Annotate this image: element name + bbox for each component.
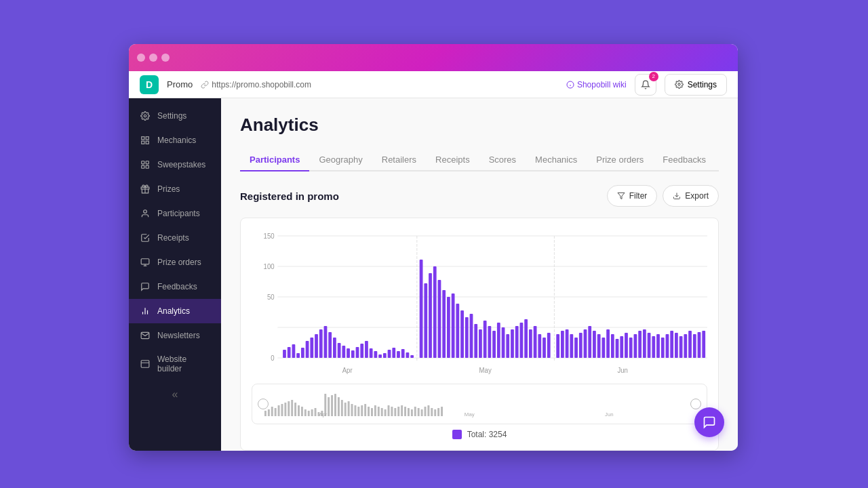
svg-rect-48 — [328, 332, 332, 358]
svg-rect-20 — [141, 361, 149, 368]
svg-rect-103 — [588, 326, 591, 358]
navigator-handle-left[interactable] — [258, 399, 269, 409]
svg-rect-165 — [384, 409, 387, 416]
svg-point-1 — [678, 83, 680, 85]
svg-rect-98 — [566, 329, 569, 358]
sidebar-item-newsletters[interactable]: Newsletters — [129, 323, 221, 348]
svg-rect-107 — [606, 329, 610, 358]
sidebar-item-mechanics[interactable]: Mechanics — [129, 128, 221, 152]
svg-text:150: 150 — [264, 232, 275, 240]
tab-mechanics[interactable]: Mechanics — [526, 149, 587, 170]
svg-rect-14 — [141, 259, 149, 264]
svg-rect-87 — [511, 329, 514, 358]
sidebar-item-settings[interactable]: Settings — [129, 104, 221, 128]
tab-prize-orders[interactable]: Prize orders — [587, 149, 653, 170]
svg-rect-106 — [601, 338, 605, 358]
sidebar-item-feedbacks[interactable]: Feedbacks — [129, 274, 221, 299]
sidebar-item-receipts[interactable]: Receipts — [129, 226, 221, 250]
filter-button[interactable]: Filter — [607, 185, 658, 207]
svg-rect-47 — [324, 326, 328, 358]
svg-rect-51 — [342, 346, 345, 358]
sidebar-item-prize-orders[interactable]: Prize orders — [129, 250, 221, 274]
sidebar-settings-label: Settings — [157, 111, 186, 121]
svg-rect-82 — [488, 326, 491, 358]
svg-rect-159 — [364, 404, 366, 416]
svg-rect-42 — [301, 348, 304, 358]
tab-feedbacks[interactable]: Feedbacks — [653, 149, 715, 170]
tab-retailers[interactable]: Retailers — [372, 149, 426, 170]
svg-rect-139 — [298, 405, 300, 416]
svg-text:Apr: Apr — [319, 411, 328, 418]
tab-receipts[interactable]: Receipts — [426, 149, 479, 170]
svg-rect-74 — [452, 293, 455, 358]
svg-rect-69 — [429, 273, 432, 358]
sidebar-item-participants[interactable]: Participants — [129, 201, 221, 226]
svg-rect-120 — [666, 334, 669, 358]
sidebar-mechanics-label: Mechanics — [157, 136, 196, 145]
notif-badge: 2 — [649, 72, 658, 81]
chat-button[interactable] — [694, 407, 724, 437]
svg-rect-123 — [679, 336, 683, 358]
svg-rect-49 — [333, 338, 336, 358]
svg-rect-151 — [338, 397, 340, 416]
svg-rect-58 — [374, 351, 377, 358]
svg-rect-137 — [291, 400, 293, 416]
svg-rect-126 — [693, 334, 696, 358]
sidebar-item-website-builder[interactable]: Website builder — [129, 348, 221, 380]
svg-rect-66 — [410, 355, 414, 358]
wiki-link[interactable]: Shopobill wiki — [566, 80, 627, 89]
svg-rect-77 — [465, 317, 469, 358]
svg-rect-105 — [597, 334, 601, 358]
chart-navigator: Apr May Jun — [252, 384, 707, 424]
svg-rect-10 — [146, 165, 149, 168]
settings-button[interactable]: Settings — [665, 74, 727, 96]
svg-rect-179 — [431, 408, 433, 416]
tab-scores[interactable]: Scores — [479, 149, 526, 170]
svg-rect-93 — [538, 334, 541, 358]
svg-rect-55 — [360, 344, 363, 358]
svg-rect-127 — [698, 332, 701, 358]
svg-rect-176 — [421, 409, 423, 416]
sidebar-collapse-button[interactable]: « — [129, 380, 221, 409]
legend-color-swatch — [452, 430, 462, 439]
svg-rect-154 — [348, 401, 350, 416]
svg-rect-72 — [442, 290, 446, 358]
svg-rect-133 — [278, 405, 280, 416]
svg-rect-155 — [351, 404, 353, 416]
svg-rect-170 — [401, 405, 403, 416]
export-button[interactable]: Export — [663, 185, 719, 207]
svg-rect-111 — [625, 333, 628, 358]
navigator-handle-right[interactable] — [690, 399, 701, 409]
svg-rect-56 — [365, 341, 368, 358]
svg-rect-45 — [315, 334, 318, 358]
tab-participants[interactable]: Participants — [240, 149, 309, 170]
svg-rect-83 — [492, 331, 496, 358]
tab-geography[interactable]: Geography — [309, 149, 372, 170]
notifications-button[interactable]: 2 — [635, 74, 656, 96]
sidebar-newsletters-label: Newsletters — [157, 331, 200, 340]
svg-rect-41 — [296, 353, 300, 358]
svg-rect-163 — [378, 407, 380, 416]
svg-rect-79 — [474, 324, 477, 358]
sidebar-participants-label: Participants — [157, 209, 200, 218]
svg-rect-141 — [304, 409, 307, 416]
svg-rect-9 — [142, 165, 144, 168]
svg-rect-50 — [338, 343, 341, 358]
sidebar-item-analytics[interactable]: Analytics — [129, 299, 221, 323]
sidebar-prizes-label: Prizes — [157, 184, 180, 194]
sidebar-item-prizes[interactable]: Prizes — [129, 177, 221, 201]
svg-rect-75 — [456, 304, 459, 358]
header-actions: Shopobill wiki 2 Settings — [566, 74, 727, 96]
legend-total-label: Total: 3254 — [467, 430, 507, 439]
gift-icon — [140, 184, 151, 195]
svg-rect-89 — [520, 323, 524, 358]
receipt-icon — [140, 232, 151, 243]
svg-rect-171 — [404, 407, 406, 416]
svg-rect-143 — [311, 409, 313, 416]
url-bar[interactable]: https://promo.shopobill.com — [201, 80, 311, 89]
svg-rect-61 — [388, 350, 391, 358]
address-bar: D Promo https://promo.shopobill.com Shop… — [129, 71, 738, 98]
bar-chart-svg: 150 100 50 0 Apr May Jun — [252, 229, 707, 378]
svg-rect-110 — [620, 336, 623, 358]
sidebar-item-sweepstakes[interactable]: Sweepstakes — [129, 152, 221, 177]
